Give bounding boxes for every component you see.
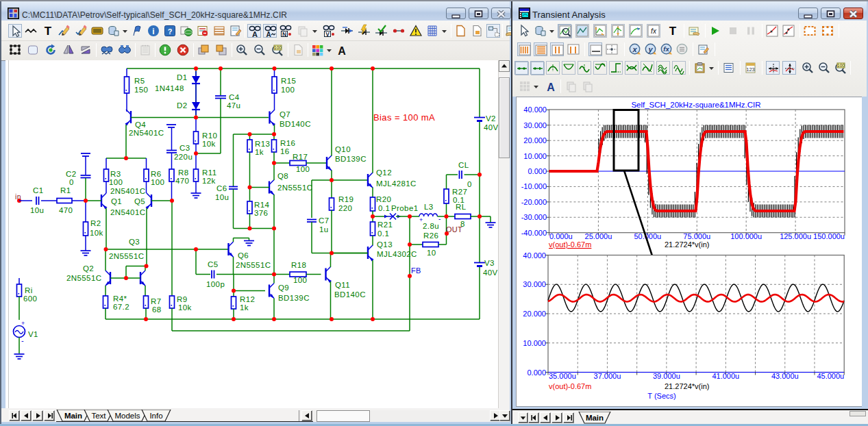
svg-text:10: 10 (427, 249, 436, 257)
svg-text:Q10: Q10 (335, 145, 351, 153)
svg-text:C3: C3 (179, 144, 190, 152)
svg-text:R5: R5 (134, 77, 145, 85)
svg-text:R2: R2 (90, 219, 101, 227)
svg-text:y: y (647, 45, 653, 53)
svg-text:10k: 10k (202, 140, 216, 148)
svg-text:10.000: 10.000 (523, 339, 546, 347)
svg-text:10k: 10k (178, 303, 192, 312)
svg-text:R9: R9 (177, 295, 188, 303)
svg-text:A: A (338, 45, 346, 57)
svg-text:C5: C5 (208, 260, 219, 268)
svg-text:43.000u: 43.000u (771, 372, 799, 380)
svg-text:+: + (21, 320, 25, 327)
svg-text:Models: Models (114, 412, 140, 420)
svg-text:R14: R14 (254, 201, 270, 209)
svg-text:150: 150 (134, 86, 148, 94)
svg-text:125.000u: 125.000u (780, 232, 811, 240)
svg-text:Q12: Q12 (376, 168, 392, 177)
svg-text:C2: C2 (66, 170, 77, 178)
svg-text:C4: C4 (229, 93, 240, 101)
svg-text:R6: R6 (151, 170, 162, 178)
svg-text:V3: V3 (484, 259, 495, 267)
svg-text:R4*: R4* (113, 295, 127, 303)
svg-text:R1: R1 (60, 186, 71, 195)
svg-text:45.000u: 45.000u (817, 372, 844, 380)
svg-text:in: in (15, 192, 21, 201)
svg-text:0.000u: 0.000u (549, 232, 573, 240)
svg-text:40V: 40V (483, 268, 498, 277)
svg-text:BD140C: BD140C (280, 120, 311, 128)
svg-text:75.000u: 75.000u (683, 232, 710, 240)
svg-text:100: 100 (274, 45, 282, 50)
svg-text:10.000: 10.000 (523, 152, 547, 160)
svg-text:OUT: OUT (446, 225, 462, 234)
svg-text:0.000: 0.000 (528, 167, 547, 175)
svg-text:R27: R27 (452, 188, 467, 196)
svg-text:Q3: Q3 (129, 238, 140, 246)
svg-text:Q8: Q8 (277, 172, 288, 180)
svg-text:Main: Main (586, 414, 604, 422)
svg-text:Q13: Q13 (377, 240, 393, 249)
svg-text:R7: R7 (151, 297, 162, 305)
svg-text:MJL4281C: MJL4281C (376, 179, 417, 188)
svg-text:2N5551C: 2N5551C (109, 252, 144, 260)
svg-text:1u: 1u (319, 225, 329, 234)
svg-text:12k: 12k (202, 177, 216, 185)
svg-text:376: 376 (254, 209, 268, 217)
svg-text:V2: V2 (486, 114, 496, 123)
svg-text:0: 0 (69, 178, 74, 186)
svg-text:37.000u: 37.000u (594, 372, 621, 380)
svg-text:BD139C: BD139C (278, 294, 310, 302)
svg-text:35.000u: 35.000u (549, 372, 576, 380)
svg-text:L3: L3 (424, 203, 434, 211)
svg-text:150.000u: 150.000u (813, 232, 845, 240)
svg-text:600: 600 (23, 295, 37, 303)
svg-text:R18: R18 (291, 261, 306, 269)
svg-text:100: 100 (281, 86, 295, 94)
svg-text:10u: 10u (30, 206, 44, 214)
svg-text:-20.000: -20.000 (521, 198, 547, 206)
svg-text:0.1: 0.1 (378, 204, 390, 212)
svg-text:123: 123 (746, 66, 755, 73)
svg-text:40V: 40V (484, 123, 498, 131)
svg-text:R10: R10 (202, 131, 217, 140)
svg-text:R15: R15 (281, 77, 296, 85)
svg-text:MJL4302C: MJL4302C (377, 250, 417, 258)
svg-text:0: 0 (467, 180, 472, 188)
svg-text:21.2724*v(in): 21.2724*v(in) (665, 382, 709, 390)
svg-text:47u: 47u (227, 101, 240, 110)
svg-text:A: A (266, 31, 271, 38)
svg-text:v(out)-0.67m: v(out)-0.67m (549, 382, 591, 390)
svg-text:T: T (45, 25, 52, 38)
svg-text:Ri: Ri (25, 286, 33, 295)
svg-text:68: 68 (152, 305, 162, 314)
svg-text:Probe1: Probe1 (391, 204, 418, 212)
svg-text:50.000u: 50.000u (634, 232, 661, 240)
svg-text:R13: R13 (255, 140, 270, 148)
svg-text:20.000: 20.000 (523, 310, 546, 318)
svg-text:25.000u: 25.000u (585, 232, 612, 240)
svg-text:C6: C6 (216, 184, 227, 192)
svg-text:V: V (325, 31, 330, 38)
svg-text:2N5401C: 2N5401C (129, 129, 164, 137)
svg-text:Q1: Q1 (111, 197, 122, 205)
svg-text:20.000: 20.000 (523, 136, 547, 145)
svg-text:R8: R8 (178, 168, 189, 177)
svg-text:-40.000: -40.000 (521, 229, 547, 237)
svg-text:67.2: 67.2 (113, 303, 129, 311)
svg-text:39.000u: 39.000u (653, 372, 680, 380)
svg-text:-10.000: -10.000 (521, 182, 547, 190)
svg-text:fx: fx (663, 45, 669, 53)
svg-text:R11: R11 (202, 168, 216, 177)
svg-text:A: A (252, 30, 258, 38)
svg-text:RL: RL (456, 203, 467, 211)
svg-text:R17: R17 (293, 153, 308, 161)
svg-text:2.8u: 2.8u (423, 222, 439, 230)
svg-text:10u: 10u (215, 193, 229, 201)
svg-text:R26: R26 (423, 231, 438, 240)
svg-text:R16: R16 (280, 139, 295, 147)
svg-text:C1: C1 (33, 186, 44, 195)
svg-text:2N5551C: 2N5551C (236, 261, 271, 269)
svg-text:V1: V1 (28, 330, 38, 338)
svg-text:-30.000: -30.000 (521, 213, 547, 221)
